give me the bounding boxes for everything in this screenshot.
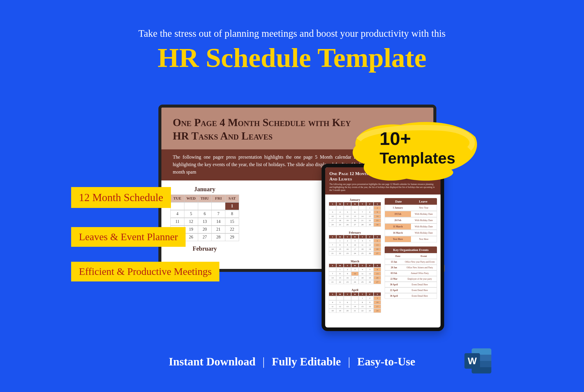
mini-cal-month: February	[329, 231, 381, 234]
events-row: 22 MarEmployee of the year party	[385, 276, 437, 282]
events-table-subheader: DateEvent	[385, 253, 437, 259]
leaves-row: 1 JanuaryNew Year	[385, 205, 437, 211]
feature-tag-2: Leaves & Event Planner	[71, 227, 186, 247]
leaves-row: 19 FebWith Holiday Date	[385, 211, 437, 217]
splash-label: Templates	[380, 149, 455, 167]
mini-calendar: April SMTWTFS 123 45678910 1112131415161…	[329, 288, 381, 313]
ms-word-icon: W	[464, 348, 491, 373]
templates-splash: 10+ Templates	[356, 119, 475, 188]
feature-tag-1: 12 Month Schedule	[71, 187, 171, 208]
mini-cal-month: March	[329, 260, 381, 263]
events-row: 13 JanOffice New year Party and Event	[385, 259, 437, 265]
word-letter: W	[464, 353, 480, 369]
mini-calendar: January SMTWTFS 12 3456789 1011121314151…	[329, 198, 381, 227]
leaves-table-header: DateLeave	[385, 198, 437, 205]
separator: |	[348, 355, 350, 368]
events-row: 03 FebAnnual Office Party	[385, 270, 437, 276]
events-table-header: Key Organization Events	[385, 246, 437, 253]
leaves-row: Text HereText Here	[385, 236, 437, 242]
events-row: 30 AprilEvent Detail Here	[385, 282, 437, 287]
footer-item: Instant Download	[169, 355, 255, 368]
footer-item: Easy-to-Use	[357, 355, 415, 368]
mini-cal-month: January	[329, 198, 381, 201]
splash-count: 10+	[380, 128, 455, 149]
leaves-row: 16 MarchWith Holiday Date	[385, 230, 437, 236]
footer-features: Instant Download | Fully Editable | Easy…	[0, 355, 584, 368]
calendar-day-headers: TUEWEDTHUFRISAT	[170, 195, 239, 202]
tablet-tables-column: DateLeave 1 JanuaryNew Year19 FebWith Ho…	[385, 198, 437, 317]
mini-cal-month: April	[329, 288, 381, 292]
events-row: 20 JanOffice New Joiners and Party	[385, 265, 437, 270]
tagline: Take the stress out of planning meetings…	[0, 28, 584, 39]
feature-tag-3: Efficient & Productive Meetings	[71, 262, 219, 281]
events-row: 30 AprilEvent Detail Here	[385, 293, 437, 299]
leaves-row: 11 MarchWith Holiday Date	[385, 223, 437, 230]
mini-calendar: February SMTWTFS 123456 78910111213 1415…	[329, 231, 381, 255]
page-title: HR Schedule Template	[0, 42, 584, 74]
tablet-calendars-column: January SMTWTFS 12 3456789 1011121314151…	[329, 198, 381, 317]
leaves-row: 26 FebWith Holiday Date	[385, 217, 437, 223]
separator: |	[262, 355, 265, 368]
mini-calendar: March SMTWTFS 123456 78910111213 1415161…	[329, 260, 381, 284]
footer-item: Fully Editable	[272, 355, 341, 368]
events-row: 22 AprilEvent Detail Here	[385, 287, 437, 293]
calendar-month-label: January	[170, 186, 239, 193]
